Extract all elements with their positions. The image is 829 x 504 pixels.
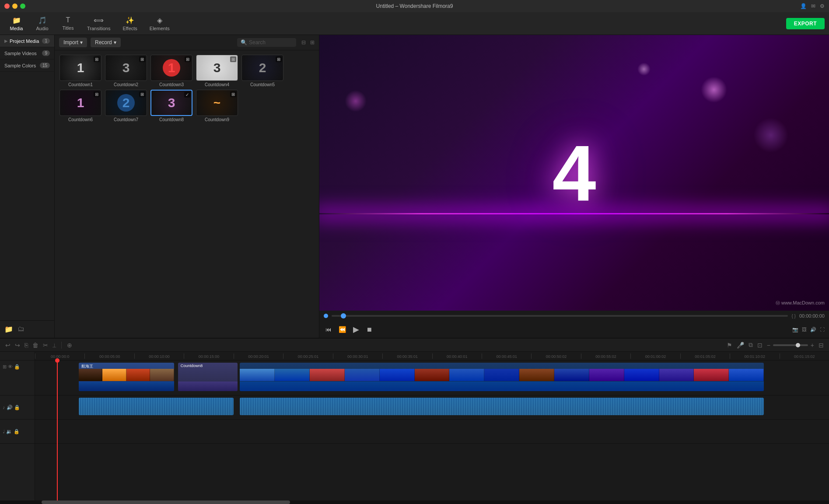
video-icon[interactable]: ⊞ bbox=[3, 364, 7, 370]
delete-button[interactable]: 🗑 bbox=[31, 341, 39, 350]
sidebar-item-sample-colors[interactable]: Sample Colors 15 bbox=[0, 60, 54, 72]
marker-button[interactable]: ⚑ bbox=[726, 341, 733, 350]
search-icon: 🔍 bbox=[241, 39, 247, 46]
account-icon[interactable]: 👤 bbox=[800, 3, 807, 9]
speaker2-icon[interactable]: 🔉 bbox=[6, 429, 12, 434]
settings-icon[interactable]: ⚙ bbox=[820, 3, 825, 9]
window-controls[interactable] bbox=[4, 4, 25, 9]
search-input[interactable] bbox=[249, 39, 293, 46]
zoom-slider-thumb[interactable] bbox=[796, 343, 800, 347]
ruler-spacer bbox=[0, 352, 35, 360]
timeline-section: ↩ ↪ ⎘ 🗑 ✂ ⟂ ⊕ ⚑ 🎤 ⧉ ⊡ − + ⊟ bbox=[0, 338, 829, 504]
crop-button[interactable]: ⊡ bbox=[756, 341, 763, 350]
zoom-slider[interactable] bbox=[773, 344, 808, 346]
toolbar-elements[interactable]: ◈ Elements bbox=[144, 14, 175, 33]
undo-button[interactable]: ↩ bbox=[4, 341, 11, 350]
mail-icon[interactable]: ✉ bbox=[811, 3, 815, 9]
pip-button[interactable]: ⧉ bbox=[748, 340, 754, 350]
clip-haiwang[interactable]: 航海王 bbox=[79, 363, 174, 391]
playhead[interactable] bbox=[57, 360, 58, 500]
thumb-seg bbox=[150, 369, 174, 381]
eye-icon[interactable]: 👁 bbox=[8, 364, 13, 370]
audio-wave-2 bbox=[240, 398, 764, 415]
record-button[interactable]: Record ▾ bbox=[91, 38, 121, 47]
zoom-in-button[interactable]: + bbox=[810, 341, 815, 350]
screenshot-icon[interactable]: 🖼 bbox=[802, 327, 807, 332]
add-icon: ⊞ bbox=[276, 56, 282, 62]
split-button[interactable]: ⟂ bbox=[52, 341, 57, 350]
media-item-countdown8[interactable]: 3 ✓ Countdown8 bbox=[150, 90, 193, 122]
step-back-button[interactable]: ⏪ bbox=[337, 325, 348, 334]
bracket-left-icon: { } bbox=[791, 314, 795, 318]
redo-button[interactable]: ↪ bbox=[14, 341, 21, 350]
audio-clip-2[interactable] bbox=[240, 398, 764, 415]
toolbar-media[interactable]: 📁 Media bbox=[4, 14, 28, 33]
play-button[interactable]: ▶ bbox=[351, 324, 361, 335]
clip-countdown8-wave bbox=[178, 382, 238, 391]
note-icon[interactable]: ♩ bbox=[3, 429, 5, 434]
toolbar-audio[interactable]: 🎵 Audio bbox=[30, 14, 54, 33]
sidebar-item-sample-videos[interactable]: Sample Videos 9 bbox=[0, 47, 54, 60]
export-button[interactable]: EXPORT bbox=[786, 18, 825, 29]
fit-button[interactable]: ⊟ bbox=[818, 341, 825, 350]
toolbar-titles[interactable]: T Titles bbox=[56, 14, 80, 32]
scrubber-bar[interactable] bbox=[332, 315, 788, 317]
scrollbar-thumb[interactable] bbox=[42, 500, 290, 504]
media-grid: 1 ⊞ Countdown1 3 ⊞ Countdown2 1 ⊞ Countd… bbox=[55, 50, 319, 126]
copy-button[interactable]: ⎘ bbox=[24, 341, 29, 350]
stop-button[interactable]: ⏹ bbox=[364, 325, 374, 334]
media-item-countdown7[interactable]: 2 ⊞ Countdown7 bbox=[105, 90, 147, 122]
lock3-icon[interactable]: 🔒 bbox=[14, 429, 20, 434]
transitions-icon: ⟺ bbox=[94, 16, 104, 24]
sidebar-item-project-media[interactable]: ▶ Project Media 1 bbox=[0, 35, 54, 47]
media-item-countdown6[interactable]: 1 ⊞ Countdown6 bbox=[59, 90, 102, 122]
search-box[interactable]: 🔍 bbox=[237, 38, 296, 47]
new-folder-icon[interactable]: 📁 bbox=[3, 324, 14, 334]
add-folder-icon[interactable]: 🗂 bbox=[17, 324, 25, 334]
import-button[interactable]: Import ▾ bbox=[59, 38, 87, 47]
media-item-countdown5[interactable]: 2 ⊞ Countdown5 bbox=[241, 55, 284, 87]
speaker-icon[interactable]: 🔊 bbox=[7, 405, 13, 410]
volume-icon[interactable]: 🔊 bbox=[810, 327, 816, 332]
countdown2-thumb: 3 ⊞ bbox=[105, 55, 147, 81]
filter-icon[interactable]: ⊟ bbox=[301, 39, 306, 46]
music-icon[interactable]: ♪ bbox=[3, 405, 5, 410]
clip-countdown8[interactable]: Countdown8 bbox=[178, 363, 238, 391]
timeline-ruler: 00:00:00:0 00:00:05:00 00:00:10:00 00:00… bbox=[35, 352, 829, 360]
audio-clip-button[interactable]: 🎤 bbox=[736, 341, 745, 350]
fullscreen-icon[interactable]: ⛶ bbox=[820, 327, 825, 332]
sample-colors-label: Sample Colors bbox=[4, 63, 40, 68]
media-item-countdown4[interactable]: 3 ⊞ Countdown4 bbox=[196, 55, 238, 87]
toolbar-transitions[interactable]: ⟺ Transitions bbox=[82, 14, 115, 33]
media-item-countdown1[interactable]: 1 ⊞ Countdown1 bbox=[59, 55, 102, 87]
grid-view-icon[interactable]: ⊞ bbox=[310, 39, 315, 46]
close-button[interactable] bbox=[4, 4, 10, 9]
video-track-row: 航海王 Countdown8 bbox=[35, 360, 829, 396]
timeline-scrollbar[interactable] bbox=[0, 500, 829, 504]
track-labels: ⊞ 👁 🔒 ♪ 🔊 🔒 ♩ 🔉 🔒 bbox=[0, 352, 35, 500]
elements-icon: ◈ bbox=[157, 16, 162, 24]
add-track-button[interactable]: ⊕ bbox=[66, 341, 73, 350]
sidebar-bottom-actions: 📁 🗂 bbox=[0, 320, 54, 338]
lock-icon[interactable]: 🔒 bbox=[14, 364, 20, 370]
countdown7-label: Countdown7 bbox=[114, 117, 138, 122]
zoom-out-button[interactable]: − bbox=[766, 341, 771, 350]
clip-anime[interactable] bbox=[240, 363, 764, 391]
titlebar-icons: 👤 ✉ ⚙ bbox=[800, 3, 825, 9]
media-item-countdown2[interactable]: 3 ⊞ Countdown2 bbox=[105, 55, 147, 87]
add-icon: ⊞ bbox=[185, 56, 191, 62]
media-item-countdown9[interactable]: ~ ⊞ Countdown9 bbox=[196, 90, 238, 122]
audio-clip-1[interactable] bbox=[79, 398, 234, 415]
record-chevron-icon: ▾ bbox=[114, 39, 116, 46]
ruler-mark-5: 00:00:25:01 bbox=[283, 354, 332, 359]
skip-back-button[interactable]: ⏮ bbox=[324, 325, 333, 334]
media-item-countdown3[interactable]: 1 ⊞ Countdown3 bbox=[150, 55, 193, 87]
maximize-button[interactable] bbox=[20, 4, 25, 9]
camera-snapshot-icon[interactable]: 📷 bbox=[792, 327, 798, 332]
separator bbox=[61, 342, 62, 349]
minimize-button[interactable] bbox=[12, 4, 17, 9]
toolbar-effects[interactable]: ✨ Effects bbox=[117, 14, 142, 33]
scrubber-playhead[interactable] bbox=[341, 313, 346, 318]
lock2-icon[interactable]: 🔒 bbox=[14, 405, 20, 410]
cut-button[interactable]: ✂ bbox=[42, 341, 49, 350]
